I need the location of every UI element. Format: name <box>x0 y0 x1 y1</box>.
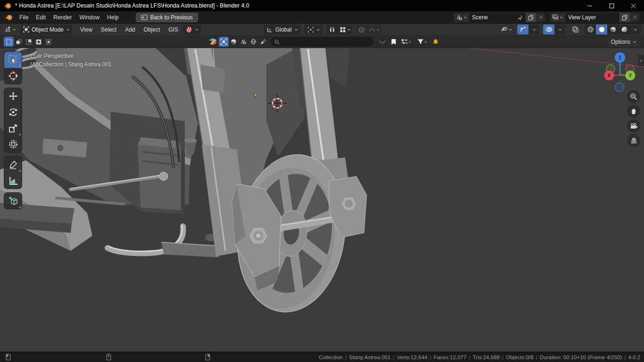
select-mode-intersect-button[interactable] <box>43 37 53 47</box>
tool-cursor[interactable] <box>4 68 22 84</box>
tool-select-box[interactable] <box>4 52 22 68</box>
menu-gis[interactable]: GIS <box>165 25 182 34</box>
back-icon <box>141 15 148 20</box>
notification-bell-button[interactable] <box>430 37 440 47</box>
overlays-dropdown[interactable] <box>554 25 566 34</box>
filter-scene-button[interactable] <box>239 37 248 47</box>
back-to-previous-button[interactable]: Back to Previous <box>136 13 198 22</box>
sidebar-toggle[interactable]: ‹ <box>638 55 644 66</box>
proportional-editing-toggle[interactable] <box>356 25 367 34</box>
filter-world-button[interactable] <box>248 37 258 47</box>
pin-icon[interactable] <box>517 15 523 21</box>
shading-solid-button[interactable] <box>596 25 607 34</box>
tool-transform[interactable] <box>4 136 22 152</box>
tool-move[interactable] <box>4 88 22 104</box>
menu-edit[interactable]: Edit <box>32 13 50 22</box>
axis-x-handle[interactable]: X <box>604 71 614 81</box>
object-visibility-dropdown[interactable] <box>499 25 514 34</box>
shading-material-button[interactable] <box>607 25 619 34</box>
editor-type-cube-icon[interactable] <box>209 38 217 46</box>
viewport-3d[interactable]: User Perspective (4) Collection | Stang … <box>0 48 644 352</box>
close-icon <box>633 15 637 19</box>
collapse-menus-button[interactable] <box>376 37 388 47</box>
blender-menu-icon[interactable] <box>5 13 13 21</box>
rotate-icon <box>8 107 18 117</box>
menu-render[interactable]: Render <box>50 13 75 22</box>
maximize-button[interactable] <box>601 0 622 11</box>
snap-toggle-button[interactable] <box>327 25 338 34</box>
search-icon <box>274 39 280 45</box>
remove-view-layer-button[interactable] <box>630 13 639 22</box>
xray-toggle[interactable] <box>570 25 581 34</box>
menu-window[interactable]: Window <box>75 13 103 22</box>
axis-z-handle[interactable]: Z <box>615 52 625 63</box>
tool-scale[interactable] <box>4 120 22 136</box>
addon-ball-dropdown[interactable] <box>183 25 201 34</box>
navigation-gizmo[interactable]: Z X Y <box>600 50 642 93</box>
new-scene-button[interactable] <box>526 13 536 22</box>
filter-shading-button[interactable] <box>229 37 239 47</box>
pan-button[interactable] <box>627 105 640 118</box>
editor-3d-viewport-icon <box>4 26 11 33</box>
ortho-perspective-toggle[interactable] <box>627 134 640 147</box>
display-mode-dropdown[interactable] <box>398 37 414 47</box>
options-dropdown[interactable]: Options <box>607 37 640 47</box>
pivot-point-dropdown[interactable] <box>305 25 323 34</box>
tool-measure[interactable] <box>4 173 22 189</box>
shading-rendered-button[interactable] <box>619 25 630 34</box>
tool-add-cube[interactable] <box>4 193 22 209</box>
select-mode-subtract-button[interactable] <box>24 37 33 47</box>
tool-annotate[interactable] <box>4 156 22 173</box>
search-input[interactable] <box>282 39 370 45</box>
gizmo-dropdown[interactable] <box>528 25 540 34</box>
select-mode-invert-button[interactable] <box>33 37 43 47</box>
unlink-scene-button[interactable] <box>536 13 545 22</box>
tool-rotate[interactable] <box>4 104 22 120</box>
chevron-down-icon <box>424 40 428 44</box>
select-mode-extend-button[interactable] <box>14 37 24 47</box>
new-view-layer-button[interactable] <box>619 13 630 22</box>
snapping-group <box>327 25 352 34</box>
zoom-icon <box>630 93 637 100</box>
menu-select[interactable]: Select <box>97 25 120 34</box>
close-button[interactable] <box>622 0 644 11</box>
menu-add[interactable]: Add <box>121 25 139 34</box>
select-subtract-icon <box>25 39 32 45</box>
zoom-button[interactable] <box>627 90 640 103</box>
show-overlays-toggle[interactable] <box>543 25 554 34</box>
mode-dropdown[interactable]: Object Mode <box>20 25 73 34</box>
menu-object[interactable]: Object <box>140 25 164 34</box>
chevron-down-icon <box>509 28 512 32</box>
filter-funnel-dropdown[interactable] <box>414 37 430 47</box>
axis-y-handle[interactable]: Y <box>626 71 636 81</box>
view-layer-browse-button[interactable] <box>550 13 565 22</box>
select-extend-icon <box>16 39 22 45</box>
duplicate-icon <box>528 15 534 20</box>
menu-view[interactable]: View <box>76 25 96 34</box>
scene-name-field[interactable]: Scene <box>469 13 526 22</box>
bookmark-button[interactable] <box>388 37 398 47</box>
material-sphere-icon <box>610 26 617 33</box>
view-layer-name-field[interactable]: View Layer <box>565 13 619 22</box>
camera-view-button[interactable] <box>627 119 640 132</box>
shading-wireframe-button[interactable] <box>585 25 596 34</box>
filter-select-button[interactable] <box>219 37 229 47</box>
show-gizmo-toggle[interactable] <box>517 25 528 34</box>
display-mode-icon <box>401 39 408 45</box>
transform-orientation-dropdown[interactable]: Global <box>264 25 301 34</box>
editor-type-button[interactable] <box>3 25 17 34</box>
scene-browse-button[interactable] <box>454 13 469 22</box>
snap-target-dropdown[interactable] <box>338 25 352 34</box>
blender-window: * Honda Astrea [E:\LAP Desain Studio\Hon… <box>0 0 644 362</box>
axis-neg-z-handle[interactable] <box>615 83 624 92</box>
menu-help[interactable]: Help <box>103 13 123 22</box>
minimize-button[interactable] <box>579 0 601 11</box>
proportional-falloff-dropdown[interactable] <box>367 25 381 34</box>
shading-dropdown[interactable] <box>630 25 641 34</box>
menu-file[interactable]: File <box>16 13 32 22</box>
select-mode-set-button[interactable] <box>4 37 14 47</box>
stat-duration: Duration: 00:10+10 (Frame 4/250) <box>533 354 622 360</box>
select-set-icon <box>6 39 12 45</box>
stat-objects: Objects:0/8 <box>500 354 534 360</box>
filter-brush-button[interactable] <box>258 37 268 47</box>
